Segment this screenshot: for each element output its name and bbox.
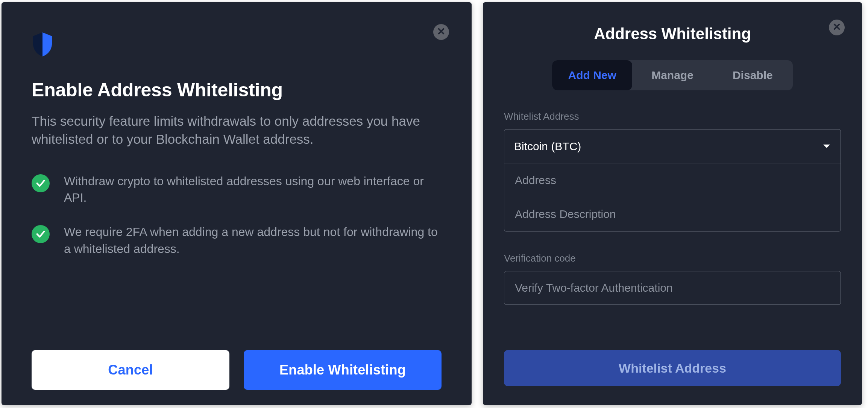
- address-whitelisting-modal: Address Whitelisting Add New Manage Disa…: [483, 2, 862, 405]
- currency-selected-value: Bitcoin (BTC): [514, 140, 581, 153]
- address-description-input[interactable]: [514, 197, 831, 231]
- bullet-item: Withdraw crypto to whitelisted addresses…: [32, 173, 442, 207]
- panel-title: Address Whitelisting: [504, 25, 841, 43]
- whitelist-address-label: Whitelist Address: [504, 111, 841, 122]
- enable-whitelisting-button[interactable]: Enable Whitelisting: [244, 350, 442, 390]
- currency-select[interactable]: Bitcoin (BTC): [504, 129, 841, 163]
- verification-code-label: Verification code: [504, 253, 841, 264]
- address-input[interactable]: [514, 163, 831, 197]
- tab-disable[interactable]: Disable: [713, 60, 793, 90]
- tabs: Add New Manage Disable: [552, 60, 793, 90]
- enable-whitelisting-modal: Enable Address Whitelisting This securit…: [2, 2, 472, 405]
- bullet-item: We require 2FA when adding a new address…: [32, 224, 442, 257]
- bullet-text: Withdraw crypto to whitelisted addresses…: [64, 173, 442, 207]
- close-icon: [437, 27, 445, 37]
- close-button[interactable]: [433, 24, 449, 40]
- shield-icon: [32, 32, 442, 57]
- address-description-row: [504, 197, 841, 231]
- button-row: Cancel Enable Whitelisting: [32, 350, 442, 390]
- close-icon: [833, 23, 841, 32]
- bullet-text: We require 2FA when adding a new address…: [64, 224, 442, 257]
- address-input-row: [504, 163, 841, 197]
- tab-add-new[interactable]: Add New: [552, 60, 632, 90]
- feature-bullets: Withdraw crypto to whitelisted addresses…: [32, 173, 442, 257]
- caret-down-icon: [822, 144, 831, 149]
- modal-title: Enable Address Whitelisting: [32, 79, 442, 101]
- whitelist-address-submit-button[interactable]: Whitelist Address: [504, 350, 841, 386]
- check-icon: [32, 225, 50, 243]
- check-icon: [32, 174, 50, 192]
- modal-subtitle: This security feature limits withdrawals…: [32, 112, 430, 149]
- close-button[interactable]: [829, 20, 845, 35]
- verification-field: [504, 271, 841, 305]
- tab-manage[interactable]: Manage: [632, 60, 712, 90]
- verification-code-input[interactable]: [514, 271, 831, 304]
- cancel-button[interactable]: Cancel: [32, 350, 229, 390]
- whitelist-address-fields: Bitcoin (BTC): [504, 129, 841, 231]
